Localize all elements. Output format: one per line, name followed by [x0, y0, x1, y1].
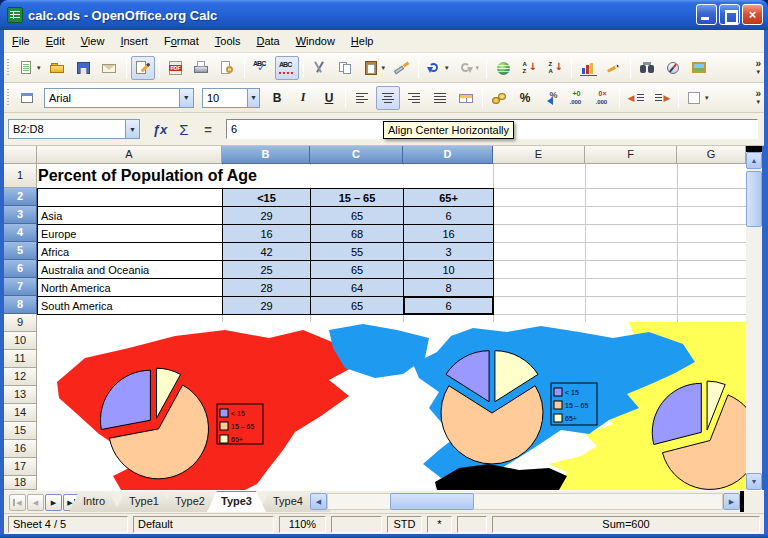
font-size-dropdown-icon[interactable]: ▼ — [247, 89, 259, 107]
redo-button[interactable]: ▾ — [454, 56, 483, 80]
insert-mode-field[interactable] — [331, 516, 382, 533]
sheet-position-field[interactable]: Sheet 4 / 5 — [8, 516, 128, 533]
sum-button[interactable]: Σ — [172, 118, 196, 140]
bold-button[interactable]: B — [265, 86, 289, 110]
restore-button[interactable] — [719, 4, 740, 25]
toolbar-overflow-button[interactable]: »▾ — [755, 60, 761, 76]
print-button[interactable] — [190, 56, 214, 80]
scroll-down-button[interactable]: ▼ — [746, 473, 762, 490]
column-header-G[interactable]: G — [677, 146, 746, 164]
zoom-field[interactable]: 110% — [279, 516, 326, 533]
selection-mode-field[interactable]: STD — [387, 516, 422, 533]
name-box-dropdown-icon[interactable]: ▼ — [125, 120, 139, 138]
row-header-7[interactable]: 7 — [4, 278, 37, 296]
sort-ascending-button[interactable] — [517, 56, 541, 80]
row-header-10[interactable]: 10 — [4, 332, 37, 350]
font-size-combo[interactable]: ▼ — [202, 88, 260, 108]
next-sheet-button[interactable]: ▶ — [45, 494, 62, 511]
cell-value[interactable]: 16 — [222, 224, 311, 243]
page-preview-button[interactable] — [216, 56, 240, 80]
row-header-9[interactable]: 9 — [4, 314, 37, 332]
paste-dropdown-icon[interactable]: ▾ — [382, 64, 386, 72]
toolbar-overflow-button[interactable]: »▾ — [755, 90, 761, 106]
align-left-button[interactable] — [350, 86, 374, 110]
cell-region-name[interactable]: North America — [37, 278, 223, 297]
sort-descending-button[interactable] — [543, 56, 567, 80]
menu-tools[interactable]: Tools — [207, 32, 249, 50]
modified-flag-field[interactable]: * — [427, 516, 452, 533]
sheet-tab-type3[interactable]: Type3 — [207, 491, 266, 512]
row-header-12[interactable]: 12 — [4, 368, 37, 386]
align-center-button[interactable] — [376, 86, 400, 110]
row-header-13[interactable]: 13 — [4, 386, 37, 404]
save-button[interactable] — [72, 56, 96, 80]
borders-dropdown-icon[interactable]: ▾ — [705, 94, 709, 102]
auto-spellcheck-button[interactable] — [275, 56, 299, 80]
undo-button[interactable]: ▾ — [423, 56, 452, 80]
undo-dropdown-icon[interactable]: ▾ — [445, 64, 449, 72]
gallery-button[interactable] — [687, 56, 711, 80]
row-header-6[interactable]: 6 — [4, 260, 37, 278]
page-style-field[interactable]: Default — [133, 516, 274, 533]
cell-value[interactable]: 29 — [222, 206, 311, 225]
title-bar[interactable]: calc.ods - OpenOffice.org Calc × — [0, 0, 768, 30]
toolbar-grip[interactable] — [6, 87, 12, 109]
font-size-input[interactable] — [203, 89, 247, 107]
new-button[interactable]: ▾ — [15, 56, 44, 80]
open-button[interactable] — [46, 56, 70, 80]
cell-value[interactable]: 42 — [222, 242, 311, 261]
column-header-D[interactable]: D — [403, 146, 493, 164]
add-decimal-button[interactable] — [565, 86, 589, 110]
cell-region-name[interactable]: Asia — [37, 206, 223, 225]
row-header-14[interactable]: 14 — [4, 404, 37, 422]
cell-value[interactable]: 10 — [403, 260, 494, 279]
row-header-15[interactable]: 15 — [4, 422, 37, 440]
format-paintbrush-button[interactable] — [390, 56, 414, 80]
edit-file-button[interactable] — [131, 56, 155, 80]
font-name-input[interactable] — [45, 89, 179, 107]
decrease-indent-button[interactable] — [624, 86, 648, 110]
sum-field[interactable]: Sum=600 — [492, 516, 760, 533]
paste-button[interactable]: ▾ — [360, 56, 389, 80]
minimize-button[interactable] — [696, 4, 717, 25]
menu-view[interactable]: View — [73, 32, 113, 50]
hyperlink-button[interactable] — [491, 56, 515, 80]
merge-cells-button[interactable] — [454, 86, 478, 110]
cell-value[interactable]: 29 — [222, 296, 311, 315]
world-map-graphic[interactable]: < 1515 – 6565+< 1515 – 6565+ — [37, 322, 746, 490]
row-header-8[interactable]: 8 — [4, 296, 37, 314]
cell-A2[interactable] — [37, 188, 223, 207]
grid-corner[interactable] — [4, 146, 37, 164]
cell-age-header[interactable]: <15 — [222, 188, 311, 207]
scroll-left-button[interactable]: ◀ — [310, 493, 327, 510]
increase-indent-button[interactable] — [650, 86, 674, 110]
horizontal-scroll-thumb[interactable] — [390, 493, 474, 510]
row-header-1[interactable]: 1 — [4, 164, 37, 188]
close-button[interactable]: × — [742, 4, 763, 25]
cell-value[interactable]: 65 — [310, 260, 404, 279]
cell-value[interactable]: 28 — [222, 278, 311, 297]
row-header-3[interactable]: 3 — [4, 206, 37, 224]
borders-button[interactable]: ▾ — [683, 86, 712, 110]
row-header-17[interactable]: 17 — [4, 458, 37, 476]
horizontal-split-handle[interactable] — [740, 491, 744, 512]
scroll-right-button[interactable]: ▶ — [723, 493, 740, 510]
column-header-B[interactable]: B — [222, 146, 310, 164]
cell-age-header[interactable]: 65+ — [403, 188, 494, 207]
cell-value[interactable]: 64 — [310, 278, 404, 297]
italic-button[interactable]: I — [291, 86, 315, 110]
column-header-E[interactable]: E — [493, 146, 585, 164]
insert-chart-button[interactable] — [576, 56, 600, 80]
function-wizard-button[interactable]: ƒx — [148, 118, 172, 140]
row-header-4[interactable]: 4 — [4, 224, 37, 242]
cell-value[interactable]: 3 — [403, 242, 494, 261]
draw-functions-button[interactable] — [602, 56, 626, 80]
styles-window-button[interactable] — [15, 86, 39, 110]
email-button[interactable] — [98, 56, 122, 80]
number-format-percent-button[interactable]: % — [513, 86, 537, 110]
cell-value[interactable]: 65 — [310, 206, 404, 225]
new-dropdown-icon[interactable]: ▾ — [37, 64, 41, 72]
navigator-button[interactable] — [661, 56, 685, 80]
cell-A1-title[interactable]: Percent of Population of Age — [38, 165, 462, 187]
redo-dropdown-icon[interactable]: ▾ — [476, 64, 480, 72]
